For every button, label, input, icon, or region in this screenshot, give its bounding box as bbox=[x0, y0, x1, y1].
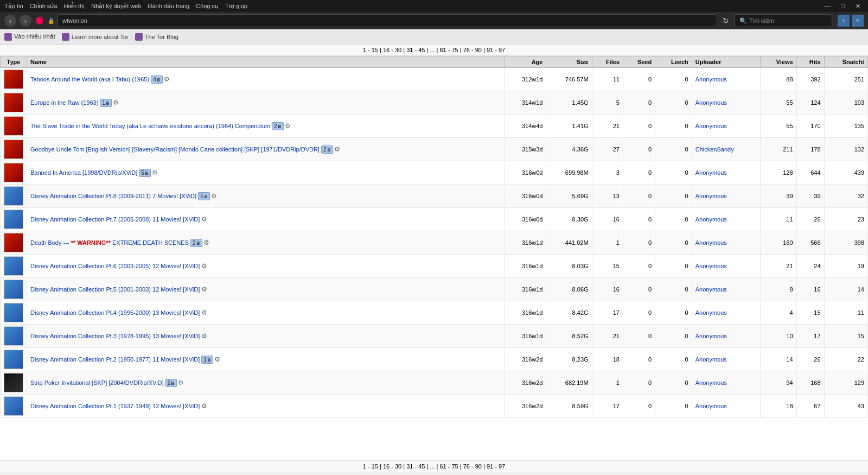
uploader-link[interactable]: Anonymous bbox=[695, 286, 727, 293]
magnet-icon[interactable]: ⚙ bbox=[211, 192, 217, 200]
uploader-link[interactable]: Anonymous bbox=[695, 356, 727, 363]
uploader-link[interactable]: Anonymous bbox=[695, 333, 727, 339]
menu-chinhdua[interactable]: Chỉnh sửa bbox=[30, 3, 58, 10]
torrent-link[interactable]: Disney Animation Collection Pt.4 (1995-2… bbox=[30, 309, 200, 316]
torrent-btn-num[interactable]: 2🖥 bbox=[190, 239, 202, 247]
torrent-link[interactable]: The Slave Trade in the World Today (aka … bbox=[30, 123, 270, 129]
type-cell bbox=[1, 371, 27, 395]
forward-button[interactable]: › bbox=[20, 15, 31, 27]
torrent-btn-num[interactable]: 2🖥 bbox=[321, 145, 333, 154]
uploader-link[interactable]: Anonymous bbox=[695, 263, 727, 269]
uploader-link[interactable]: Anonymous bbox=[695, 76, 727, 83]
torrent-btn-num[interactable]: 2🖥 bbox=[165, 379, 177, 387]
menu-bar[interactable]: Tập tin Chỉnh sửa Hiển thị Nhật ký duyệt… bbox=[4, 3, 247, 10]
header-snatcht[interactable]: Snatcht bbox=[824, 56, 867, 68]
header-hits[interactable]: Hits bbox=[796, 56, 824, 68]
torrent-btn-num[interactable]: 4🖥 bbox=[151, 75, 163, 84]
magnet-icon[interactable]: ⚙ bbox=[201, 309, 207, 316]
bookmark-nhieuhat[interactable]: Vào nhiều nhất bbox=[4, 33, 55, 41]
magnet-icon[interactable]: ⚙ bbox=[201, 402, 207, 410]
menu-danhdan[interactable]: Đánh dấu trang bbox=[148, 3, 190, 10]
uploader-link[interactable]: Anonymous bbox=[695, 169, 727, 176]
sidebar-button[interactable]: ≡ bbox=[852, 15, 864, 27]
magnet-icon[interactable]: ⚙ bbox=[201, 332, 207, 340]
uploader-link[interactable]: Anonymous bbox=[695, 216, 727, 223]
name-cell: The Slave Trade in the World Today (aka … bbox=[27, 115, 505, 138]
magnet-icon[interactable]: ⚙ bbox=[201, 286, 207, 293]
uploader-link[interactable]: Anonymous bbox=[695, 379, 727, 386]
pagination-bottom-text[interactable]: 1 - 15 | 16 - 30 | 31 - 45 | ... | 61 - … bbox=[363, 463, 505, 470]
menu-nhatky[interactable]: Nhật ký duyệt web bbox=[91, 3, 141, 10]
bookmark-torblog[interactable]: The Tor Blog bbox=[135, 33, 178, 41]
header-leech[interactable]: Leech bbox=[655, 56, 692, 68]
torrent-link[interactable]: Disney Animation Collection Pt.2 (1950-1… bbox=[30, 356, 200, 363]
uploader-link[interactable]: Anonymous bbox=[695, 309, 727, 316]
bookmark-learntor[interactable]: Learn more about Tor bbox=[62, 33, 129, 41]
torrent-btn-num[interactable]: 1🖥 bbox=[201, 356, 213, 364]
close-button[interactable]: ✕ bbox=[852, 2, 864, 11]
header-files[interactable]: Files bbox=[592, 56, 623, 68]
magnet-icon[interactable]: ⚙ bbox=[285, 122, 291, 130]
back-button[interactable]: ‹ bbox=[4, 15, 16, 27]
leech-cell: 0 bbox=[655, 278, 692, 301]
snatcht-cell: 251 bbox=[824, 68, 867, 91]
uploader-link[interactable]: Anonymous bbox=[695, 403, 727, 409]
torrent-btn-num[interactable]: 5🖥 bbox=[139, 169, 151, 177]
age-cell: 316w0d bbox=[504, 185, 546, 208]
search-box[interactable]: 🔍 Tìm kiếm bbox=[735, 14, 832, 27]
seed-cell: 0 bbox=[623, 161, 655, 185]
torrent-btn-num[interactable]: 2🖥 bbox=[272, 122, 284, 130]
torrent-link[interactable]: Taboos Around the World (aka I Tabu) (19… bbox=[30, 76, 149, 83]
uploader-link[interactable]: Anonymous bbox=[695, 193, 727, 199]
magnet-icon[interactable]: ⚙ bbox=[334, 145, 340, 153]
torrent-link[interactable]: Europe in the Raw (1963) bbox=[30, 99, 98, 106]
type-cell bbox=[1, 208, 27, 231]
header-type[interactable]: Type bbox=[1, 56, 27, 68]
torrent-link[interactable]: Banned In America [1998/DVDRip/XViD] bbox=[30, 169, 137, 176]
snatcht-cell: 23 bbox=[824, 208, 867, 231]
torrent-link[interactable]: Death Body --- ** WARNING** EXTREME DEAT… bbox=[30, 239, 189, 246]
header-size[interactable]: Size bbox=[546, 56, 592, 68]
magnet-icon[interactable]: ⚙ bbox=[164, 75, 170, 83]
uploader-link[interactable]: ChickenSandy bbox=[695, 146, 734, 153]
uploader-link[interactable]: Anonymous bbox=[695, 99, 727, 106]
header-seed[interactable]: Seed bbox=[623, 56, 655, 68]
torrent-table: Type Name Age Size Files Seed Leech Uplo… bbox=[0, 56, 868, 418]
menu-congcu[interactable]: Công cụ bbox=[196, 3, 219, 10]
menu-hienthi[interactable]: Hiển thị bbox=[64, 3, 85, 10]
header-name[interactable]: Name bbox=[27, 56, 505, 68]
torrent-link[interactable]: Disney Animation Collection Pt.1 (1937-1… bbox=[30, 403, 200, 409]
maximize-button[interactable]: □ bbox=[838, 2, 848, 11]
menu-taptin[interactable]: Tập tin bbox=[4, 3, 23, 10]
window-controls[interactable]: — □ ✕ bbox=[821, 2, 864, 11]
magnet-icon[interactable]: ⚙ bbox=[201, 216, 207, 223]
seed-cell: 0 bbox=[623, 371, 655, 395]
torrent-link[interactable]: Disney Animation Collection Pt.3 (1978-1… bbox=[30, 333, 200, 339]
torrent-link[interactable]: Disney Animation Collection Pt.5 (2001-2… bbox=[30, 286, 200, 293]
minimize-button[interactable]: — bbox=[821, 2, 833, 11]
magnet-icon[interactable]: ⚙ bbox=[203, 239, 209, 246]
pagination-top-text[interactable]: 1 - 15 | 16 - 30 | 31 - 45 | ... | 61 - … bbox=[363, 47, 505, 53]
uploader-link[interactable]: Anonymous bbox=[695, 123, 727, 129]
torrent-link[interactable]: Disney Animation Collection Pt.8 (2009-2… bbox=[30, 193, 196, 199]
magnet-icon[interactable]: ⚙ bbox=[201, 262, 207, 270]
new-tab-button[interactable]: + bbox=[838, 15, 850, 27]
magnet-icon[interactable]: ⚙ bbox=[214, 356, 220, 363]
torrent-btn-num[interactable]: 1🖥 bbox=[100, 99, 112, 107]
magnet-icon[interactable]: ⚙ bbox=[113, 99, 119, 106]
torrent-link[interactable]: Disney Animation Collection Pt.6 (2003-2… bbox=[30, 263, 200, 269]
header-uploader[interactable]: Uploader bbox=[692, 56, 761, 68]
magnet-icon[interactable]: ⚙ bbox=[152, 169, 158, 176]
torrent-link[interactable]: Strip Poker Invitational [SKP] [2004/DVD… bbox=[30, 379, 164, 386]
magnet-icon[interactable]: ⚙ bbox=[178, 379, 184, 387]
header-age[interactable]: Age bbox=[504, 56, 546, 68]
torrent-btn-num[interactable]: 1🖥 bbox=[198, 192, 210, 200]
torrent-link[interactable]: Disney Animation Collection Pt.7 (2005-2… bbox=[30, 216, 200, 223]
address-bar[interactable]: wtwonion bbox=[58, 14, 717, 27]
menu-trogiup[interactable]: Trợ giúp bbox=[225, 3, 247, 10]
browser-action-buttons[interactable]: + ≡ bbox=[838, 15, 864, 27]
torrent-link[interactable]: Goodbye Uncle Tom [English Version] [Sla… bbox=[30, 146, 320, 153]
header-views[interactable]: Views bbox=[761, 56, 796, 68]
uploader-link[interactable]: Anonymous bbox=[695, 239, 727, 246]
reload-button[interactable]: ↻ bbox=[720, 15, 731, 26]
